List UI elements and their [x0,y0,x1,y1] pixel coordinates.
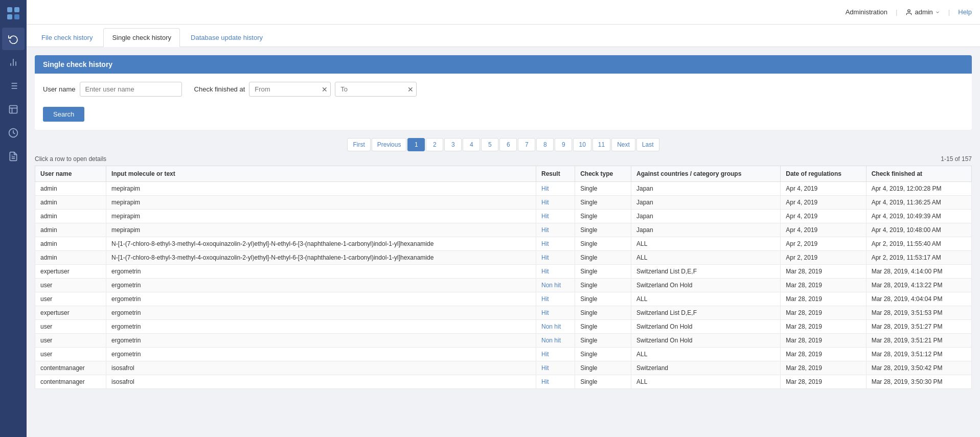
page-btn-1[interactable]: 1 [407,138,425,151]
cell-checktype: Single [575,237,631,251]
col-header-username: User name [35,166,106,182]
table-info-bar: Click a row to open details 1-15 of 157 [35,155,972,163]
cell-checkfinished: Mar 28, 2019, 3:51:21 PM [866,334,971,348]
cell-against: ALL [631,251,780,265]
table-row[interactable]: admin N-[1-(7-chloro-8-ethyl-3-methyl-4-… [35,237,972,251]
from-date-input[interactable] [249,82,331,97]
cell-checkfinished: Mar 28, 2019, 3:50:30 PM [866,375,971,389]
table-row[interactable]: user ergometrin Hit Single ALL Mar 28, 2… [35,292,972,306]
table-row[interactable]: contentmanager isosafrol Hit Single Swit… [35,361,972,375]
col-header-checktype: Check type [575,166,631,182]
page-btn-2[interactable]: 2 [426,138,443,151]
cell-checktype: Single [575,292,631,306]
record-info: 1-15 of 157 [941,155,972,163]
username-input[interactable] [80,82,182,97]
table-row[interactable]: contentmanager isosafrol Hit Single ALL … [35,375,972,389]
app-logo [4,4,22,22]
cell-datereg: Apr 2, 2019 [781,237,866,251]
table-row[interactable]: admin mepirapim Hit Single Japan Apr 4, … [35,223,972,237]
sidebar-item-list[interactable] [2,75,25,97]
table-row[interactable]: expertuser ergometrin Hit Single Switzer… [35,306,972,320]
page-btn-3[interactable]: 3 [444,138,462,151]
administration-link[interactable]: Administration [846,8,887,16]
table-row[interactable]: user ergometrin Non hit Single Switzerla… [35,334,972,348]
help-link[interactable]: Help [958,8,972,16]
cell-result: Hit [536,348,575,361]
cell-username: user [35,279,106,292]
cell-result: Hit [536,292,575,306]
cell-result: Hit [536,210,575,223]
tab-file-check-history[interactable]: File check history [33,28,101,47]
tab-single-check-history[interactable]: Single check history [103,28,180,47]
table-row[interactable]: admin N-[1-(7-chloro-8-ethyl-3-methyl-4-… [35,251,972,265]
page-btn-11[interactable]: 11 [592,138,610,151]
page-btn-6[interactable]: 6 [499,138,517,151]
page-btn-5[interactable]: 5 [481,138,498,151]
table-row[interactable]: expertuser ergometrin Hit Single Switzer… [35,265,972,279]
svg-point-19 [908,9,910,12]
cell-against: Switzerland List D,E,F [631,265,780,279]
table-row[interactable]: user ergometrin Hit Single ALL Mar 28, 2… [35,348,972,361]
to-date-wrapper: ✕ [335,82,417,97]
topbar-divider2: | [948,8,950,16]
sidebar-item-refresh2[interactable] [2,122,25,144]
to-date-clear[interactable]: ✕ [407,85,414,94]
cell-checkfinished: Apr 4, 2019, 12:00:28 PM [866,182,971,196]
table-row[interactable]: user ergometrin Non hit Single Switzerla… [35,320,972,334]
cell-molecule: mepirapim [106,196,536,210]
col-header-molecule: Input molecule or text [106,166,536,182]
table-row[interactable]: admin mepirapim Hit Single Japan Apr 4, … [35,182,972,196]
page-btn-4[interactable]: 4 [463,138,480,151]
cell-result: Non hit [536,320,575,334]
sidebar-item-chart[interactable] [2,51,25,74]
cell-result: Hit [536,237,575,251]
cell-checktype: Single [575,265,631,279]
cell-molecule: ergometrin [106,265,536,279]
svg-rect-3 [14,14,19,19]
panel-body: User name Check finished at ✕ ✕ [35,74,972,130]
cell-molecule: isosafrol [106,361,536,375]
cell-checktype: Single [575,375,631,389]
page-btn-8[interactable]: 8 [536,138,554,151]
last-page-btn[interactable]: Last [636,138,659,151]
cell-molecule: mepirapim [106,182,536,196]
cell-username: admin [35,182,106,196]
tab-database-update-history[interactable]: Database update history [182,28,271,47]
topbar: Administration | admin | Help [27,0,980,25]
cell-datereg: Apr 4, 2019 [781,182,866,196]
cell-result: Hit [536,265,575,279]
cell-username: contentmanager [35,375,106,389]
col-header-checkfinished: Check finished at [866,166,971,182]
cell-against: ALL [631,375,780,389]
cell-result: Hit [536,361,575,375]
table-row[interactable]: admin mepirapim Hit Single Japan Apr 4, … [35,210,972,223]
cell-result: Hit [536,223,575,237]
cell-datereg: Mar 28, 2019 [781,375,866,389]
cell-against: Switzerland [631,361,780,375]
cell-username: contentmanager [35,361,106,375]
page-btn-10[interactable]: 10 [573,138,591,151]
cell-against: Switzerland On Hold [631,334,780,348]
page-btn-7[interactable]: 7 [518,138,535,151]
table-row[interactable]: user ergometrin Non hit Single Switzerla… [35,279,972,292]
cell-datereg: Apr 4, 2019 [781,196,866,210]
cell-datereg: Mar 28, 2019 [781,334,866,348]
cell-against: Japan [631,210,780,223]
user-menu[interactable]: admin [905,8,940,16]
sidebar-item-tasks[interactable] [2,98,25,121]
search-button[interactable]: Search [43,107,84,122]
to-date-input[interactable] [335,82,417,97]
sidebar-item-refresh[interactable] [2,28,25,50]
cell-checktype: Single [575,182,631,196]
from-date-clear[interactable]: ✕ [322,85,328,94]
page-btn-9[interactable]: 9 [555,138,572,151]
table-row[interactable]: admin mepirapim Hit Single Japan Apr 4, … [35,196,972,210]
svg-rect-2 [7,14,12,19]
sidebar-item-report[interactable] [2,145,25,168]
cell-username: user [35,334,106,348]
cell-checkfinished: Apr 4, 2019, 10:48:00 AM [866,223,971,237]
previous-page-btn[interactable]: Previous [372,138,407,151]
cell-checkfinished: Mar 28, 2019, 4:14:00 PM [866,265,971,279]
next-page-btn[interactable]: Next [611,138,635,151]
first-page-btn[interactable]: First [347,138,370,151]
